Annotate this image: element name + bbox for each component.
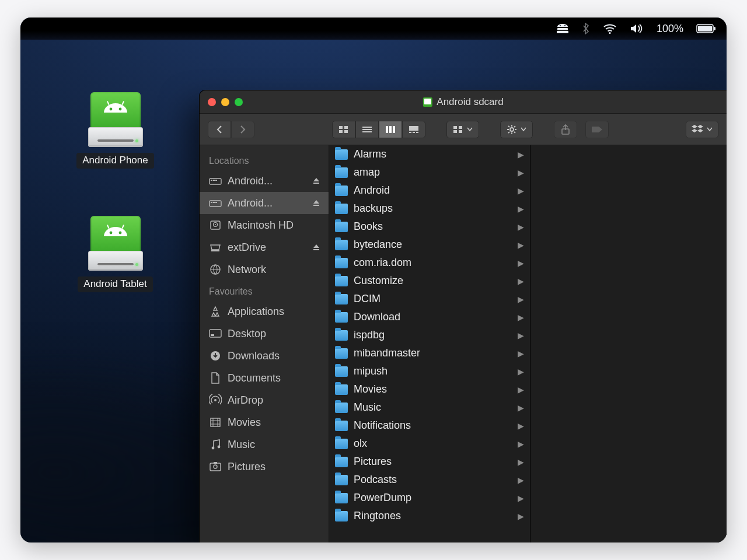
chevron-right-icon: ▶ [518,385,524,394]
eject-icon[interactable] [312,177,322,185]
sidebar-item[interactable]: Applications [200,300,329,323]
sidebar-item-label: Movies [228,416,322,429]
dropbox-button[interactable] [686,121,718,138]
sidebar-item[interactable]: Desktop [200,323,329,345]
movies-icon [209,417,222,428]
svg-rect-15 [121,225,124,229]
sidebar-item[interactable]: Documents [200,367,329,389]
sidebar-item-label: Android... [228,197,306,209]
volume-icon[interactable] [630,23,644,34]
window-minimize-button[interactable] [221,98,229,106]
svg-rect-57 [210,330,221,337]
view-gallery-button[interactable] [402,121,425,138]
folder-name: Books [354,220,512,233]
svg-line-42 [508,132,509,133]
folder-name: DCIM [354,293,512,305]
chevron-right-icon: ▶ [518,331,524,340]
folder-row[interactable]: Alarms▶ [329,145,530,163]
finder-toolbar [200,114,727,145]
svg-rect-18 [339,130,343,133]
folder-row[interactable]: Movies▶ [329,380,530,398]
share-button[interactable] [554,121,577,138]
view-list-button[interactable] [355,121,379,138]
sidebar-item[interactable]: AirDrop [200,389,329,411]
svg-line-41 [514,126,515,127]
eject-icon[interactable] [312,199,322,207]
globe-icon [209,264,222,275]
folder-row[interactable]: Android▶ [329,181,530,200]
folder-icon [335,276,348,286]
svg-rect-46 [213,180,215,181]
sidebar-item-label: Documents [228,372,322,384]
sidebar-item[interactable]: Android... [200,192,329,214]
sidebar-item-label: extDrive [228,242,306,254]
svg-rect-61 [211,418,220,426]
svg-rect-16 [339,126,343,129]
folder-row[interactable]: Customize▶ [329,272,530,290]
action-gear-button[interactable] [500,121,533,138]
folder-name: com.ria.dom [354,257,512,269]
view-icon-button[interactable] [332,121,355,138]
folder-icon [335,258,348,268]
desktop-drive-android-tablet[interactable]: Android Tablet [73,216,158,292]
folder-row[interactable]: Download▶ [329,308,530,326]
folder-row[interactable]: ispdbg▶ [329,326,530,344]
sidebar-item[interactable]: Network [200,258,329,281]
folder-name: backups [354,202,512,215]
svg-rect-31 [459,126,462,129]
svg-rect-30 [453,126,457,129]
sidebar-item[interactable]: Movies [200,411,329,433]
nav-back-button[interactable] [208,121,231,138]
chevron-right-icon: ▶ [518,204,524,214]
folder-row[interactable]: Pictures▶ [329,453,530,471]
svg-rect-45 [211,180,212,181]
folder-row[interactable]: amap▶ [329,163,530,181]
finder-titlebar[interactable]: Android sdcard [200,90,727,114]
groupby-button[interactable] [446,121,479,138]
folder-row[interactable]: Podcasts▶ [329,471,530,489]
svg-rect-32 [453,130,457,133]
folder-row[interactable]: Ringtones▶ [329,507,530,525]
folder-row[interactable]: Music▶ [329,398,530,416]
folder-name: Download [354,311,512,323]
sidebar-item[interactable]: Music [200,433,329,456]
nav-forward-button[interactable] [231,121,254,138]
folder-row[interactable]: mipush▶ [329,362,530,380]
tags-button[interactable] [585,121,609,138]
desktop-drive-android-phone[interactable]: Android Phone [73,92,158,169]
folder-row[interactable]: backups▶ [329,200,530,218]
folder-row[interactable]: DCIM▶ [329,290,530,308]
folder-row[interactable]: PowerDump▶ [329,489,530,507]
sidebar-item[interactable]: extDrive [200,236,329,258]
svg-rect-21 [362,129,372,130]
window-zoom-button[interactable] [235,98,243,106]
svg-rect-33 [459,130,462,133]
battery-icon[interactable] [696,24,716,33]
sidebar-item[interactable]: Android... [200,170,329,192]
sidebar-item[interactable]: Macintosh HD [200,214,329,236]
svg-rect-3 [557,31,568,33]
bluetooth-icon[interactable] [582,23,590,34]
eject-icon[interactable] [312,243,322,251]
folder-row[interactable]: Notifications▶ [329,416,530,435]
folder-row[interactable]: mibandmaster▶ [329,344,530,362]
folder-row[interactable]: bytedance▶ [329,236,530,254]
folder-name: Movies [354,383,512,396]
folder-row[interactable]: Books▶ [329,218,530,236]
sidebar-item[interactable]: Downloads [200,345,329,367]
sidebar-item-label: Macintosh HD [228,219,322,232]
folder-name: Pictures [354,456,512,468]
svg-point-8 [109,108,112,111]
sidebar-item[interactable]: Pictures [200,456,329,478]
music-icon [209,439,222,450]
android-menuextra-icon[interactable] [556,23,569,34]
window-close-button[interactable] [208,98,216,106]
wifi-icon[interactable] [603,23,617,34]
folder-row[interactable]: olx▶ [329,435,530,453]
folder-row[interactable]: com.ria.dom▶ [329,254,530,272]
chevron-right-icon: ▶ [518,439,524,449]
sidebar-item-label: Android... [228,175,306,187]
svg-rect-6 [698,26,712,32]
drive-icon [209,176,222,186]
view-column-button[interactable] [379,121,402,138]
